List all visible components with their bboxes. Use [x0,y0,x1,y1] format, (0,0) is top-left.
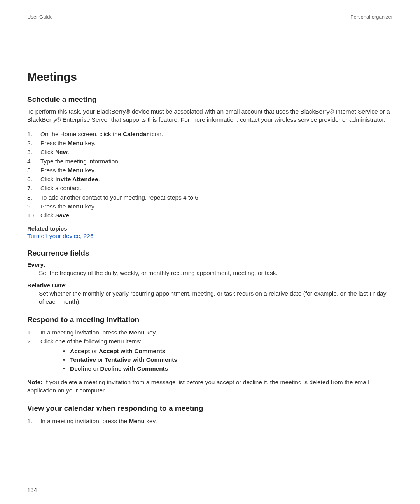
field-name: Relative Date: [27,282,393,289]
step-item: Press the Menu key. [27,166,393,175]
step-item: Press the Menu key. [27,138,393,147]
step-bold: Menu [129,329,144,336]
schedule-intro: To perform this task, your BlackBerry® d… [27,108,393,124]
step-item: Click Invite Attendee. [27,175,393,184]
option-text: or [91,365,100,372]
step-bold: Save [55,212,69,219]
step-bold: Calendar [123,131,149,137]
page-container: User Guide Personal organizer Meetings S… [0,0,420,504]
step-text: In a meeting invitation, press the [40,418,129,424]
step-item: Click Save. [27,211,393,220]
step-text: Click [40,176,55,182]
field-name: Every: [27,261,393,268]
step-text: key. [145,329,157,336]
step-bold: Menu [68,167,83,173]
heading-view-calendar: View your calendar when responding to a … [27,404,393,413]
step-text: Click [40,212,55,219]
step-text: key. [83,203,96,210]
note-label: Note: [27,379,43,385]
option-decline: Decline or Decline with Comments [63,364,393,373]
step-text: icon. [149,131,163,137]
step-item: On the Home screen, click the Calendar i… [27,130,393,138]
step-text: On the Home screen, click the [40,131,123,137]
step-text: . [68,149,69,155]
step-text: key. [83,167,96,173]
option-bold: Decline [70,365,91,372]
field-description: Set whether the monthly or yearly recurr… [39,290,393,306]
option-text: or [96,356,105,363]
page-number: 134 [27,486,37,493]
option-bold: Accept with Comments [99,348,165,354]
step-text: key. [145,418,157,424]
step-text: . [98,176,100,182]
option-accept: Accept or Accept with Comments [63,347,393,355]
related-topics-label: Related topics [27,225,393,232]
heading-respond: Respond to a meeting invitation [27,315,393,324]
respond-options: Accept or Accept with Comments Tentative… [40,347,393,373]
option-bold: Decline with Comments [100,365,168,372]
heading-recurrence: Recurrence fields [27,249,393,257]
step-text: key. [83,140,96,146]
respond-steps: In a meeting invitation, press the Menu … [27,328,393,373]
note-body: If you delete a meeting invitation from … [27,379,369,394]
step-item: Click one of the following menu items: A… [27,337,393,373]
step-item: In a meeting invitation, press the Menu … [27,416,393,425]
step-text: . [69,212,71,219]
running-header: User Guide Personal organizer [27,14,393,20]
view-calendar-steps: In a meeting invitation, press the Menu … [27,416,393,425]
page-title: Meetings [27,70,393,84]
step-text: Click one of the following menu items: [40,338,142,345]
step-bold: Menu [68,140,83,146]
option-bold: Tentative with Comments [105,356,177,363]
step-text: Press the [40,167,68,173]
step-item: In a meeting invitation, press the Menu … [27,328,393,337]
field-description: Set the frequency of the daily, weekly, … [39,269,393,277]
option-bold: Accept [70,348,90,354]
step-bold: Menu [68,203,83,210]
step-item: Click a contact. [27,184,393,192]
option-tentative: Tentative or Tentative with Comments [63,355,393,364]
field-every: Every: Set the frequency of the daily, w… [27,261,393,277]
step-text: Click [40,149,55,155]
field-relative-date: Relative Date: Set whether the monthly o… [27,282,393,306]
header-right: Personal organizer [350,14,393,20]
step-bold: Menu [129,418,144,424]
option-bold: Tentative [70,356,96,363]
step-text: Press the [40,140,68,146]
schedule-steps: On the Home screen, click the Calendar i… [27,130,393,220]
step-bold: Invite Attendee [55,176,98,182]
step-item: Type the meeting information. [27,157,393,166]
step-text: Press the [40,203,68,210]
step-item: Click New. [27,147,393,156]
step-item: Press the Menu key. [27,202,393,211]
heading-schedule: Schedule a meeting [27,95,393,104]
step-text: In a meeting invitation, press the [40,329,129,336]
note-paragraph: Note: If you delete a meeting invitation… [27,378,393,395]
step-item: To add another contact to your meeting, … [27,193,393,202]
related-topic-link[interactable]: Turn off your device, 226 [27,233,94,239]
header-left: User Guide [27,14,53,20]
step-bold: New [55,149,68,155]
option-text: or [90,348,99,354]
